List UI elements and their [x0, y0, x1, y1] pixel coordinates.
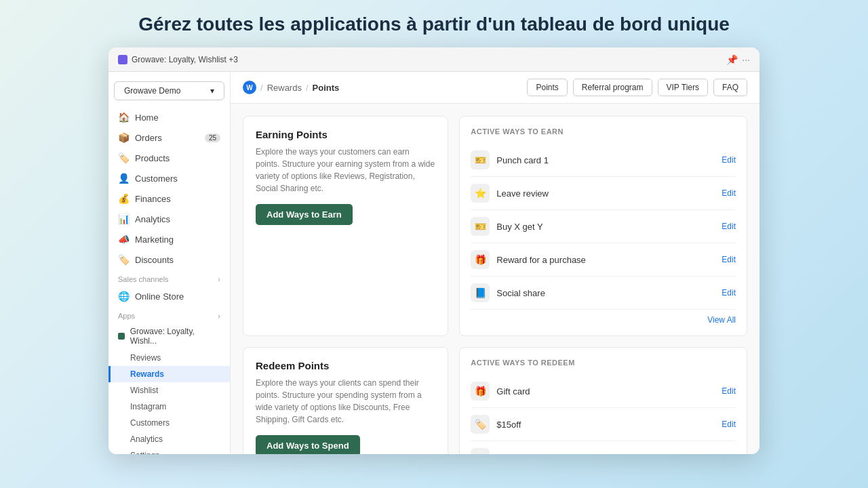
add-ways-to-earn-button[interactable]: Add Ways to Earn: [256, 204, 353, 225]
edit-social-share-link[interactable]: Edit: [722, 288, 736, 298]
analytics-icon: 📊: [118, 214, 130, 224]
browser-actions: 📌 ···: [726, 54, 750, 65]
sidebar-item-marketing[interactable]: 📣 Marketing: [108, 229, 230, 249]
buy-x-get-y-icon: 🎫: [471, 217, 490, 236]
app-tab-icon: [118, 55, 127, 64]
store-selector[interactable]: Growave Demo ▾: [114, 81, 224, 100]
customers-icon: 👤: [118, 173, 130, 184]
edit-free-product-link[interactable]: Edit: [722, 453, 736, 454]
discount-icon: 🏷️: [471, 415, 490, 434]
sidebar-sub-analytics[interactable]: Analytics: [108, 431, 230, 447]
sidebar-item-finances[interactable]: 💰 Finances: [108, 188, 230, 209]
browser-tab-label: Growave: Loyalty, Wishlist +3: [132, 55, 238, 64]
sidebar-item-label: Home: [135, 113, 159, 123]
way-item-social-share: 📘 Social share Edit: [471, 277, 736, 310]
active-ways-earn-title: ACTIVE WAYS TO EARN: [471, 127, 736, 136]
main-content: W / Rewards / Points Points Referral pro…: [231, 72, 760, 454]
sidebar: Growave Demo ▾ 🏠 Home 📦 Orders 25 🏷️ Pro…: [108, 72, 231, 454]
sidebar-item-home[interactable]: 🏠 Home: [108, 107, 230, 127]
earning-desc: Explore the ways your customers can earn…: [256, 146, 435, 195]
view-all-earn-link[interactable]: View All: [471, 315, 736, 325]
breadcrumb: W / Rewards / Points: [243, 81, 339, 94]
sidebar-item-orders[interactable]: 📦 Orders 25: [108, 127, 230, 148]
breadcrumb-current: Points: [313, 83, 340, 93]
add-ways-to-spend-button[interactable]: Add Ways to Spend: [256, 435, 360, 454]
sidebar-sub-rewards[interactable]: Rewards: [108, 366, 230, 382]
browser-tab[interactable]: Growave: Loyalty, Wishlist +3: [118, 55, 238, 64]
active-ways-redeem-title: ACTIVE WAYS TO REDEEM: [471, 359, 736, 367]
way-item-15off: 🏷️ $15off Edit: [471, 408, 736, 441]
way-item-reward-purchase: 🎁 Reward for a purchase Edit: [471, 243, 736, 277]
page-title: Gérez toutes les applications à partir d…: [14, 14, 854, 35]
active-ways-earn-panel: ACTIVE WAYS TO EARN 🎫 Punch card 1 Edit …: [459, 116, 747, 336]
marketing-icon: 📣: [118, 234, 130, 245]
reward-purchase-icon: 🎁: [471, 250, 490, 269]
sidebar-item-online-store[interactable]: 🌐 Online Store: [108, 286, 230, 306]
way-label: Leave review: [496, 188, 715, 199]
breadcrumb-sep-1: /: [260, 83, 263, 93]
sidebar-item-customers[interactable]: 👤 Customers: [108, 168, 230, 188]
sidebar-item-label: Marketing: [135, 235, 174, 245]
tab-points[interactable]: Points: [527, 79, 567, 96]
more-icon[interactable]: ···: [742, 54, 750, 65]
app-body: Growave Demo ▾ 🏠 Home 📦 Orders 25 🏷️ Pro…: [108, 72, 760, 454]
sidebar-sub-instagram[interactable]: Instagram: [108, 399, 230, 415]
browser-window: Growave: Loyalty, Wishlist +3 📌 ··· Grow…: [108, 47, 760, 454]
edit-leave-review-link[interactable]: Edit: [722, 188, 736, 198]
sidebar-sub-wishlist[interactable]: Wishlist: [108, 382, 230, 399]
edit-punch-card-link[interactable]: Edit: [722, 155, 736, 165]
finances-icon: 💰: [118, 193, 130, 204]
main-header: W / Rewards / Points Points Referral pro…: [231, 72, 760, 104]
punch-card-icon: 🎫: [471, 150, 490, 169]
way-label: $15off: [496, 420, 715, 430]
sidebar-item-label: Discounts: [135, 255, 174, 265]
way-item-leave-review: ⭐ Leave review Edit: [471, 177, 736, 210]
sales-channels-label: Sales channels ›: [108, 270, 230, 286]
redeem-points-panel: Redeem Points Explore the ways your clie…: [243, 347, 448, 454]
tab-vip-tiers[interactable]: VIP Tiers: [658, 79, 708, 96]
sidebar-item-label: Finances: [135, 194, 171, 204]
home-icon: 🏠: [118, 112, 130, 123]
sidebar-item-discounts[interactable]: 🏷️ Discounts: [108, 249, 230, 270]
chevron-right-icon: ›: [218, 275, 220, 283]
sidebar-app-growave[interactable]: Growave: Loyalty, Wishl...: [108, 323, 230, 350]
free-product-icon: 🎫: [471, 448, 490, 454]
way-label: Buy X get Y: [496, 222, 715, 232]
discounts-icon: 🏷️: [118, 254, 130, 265]
social-share-icon: 📘: [471, 283, 490, 302]
earning-points-panel: Earning Points Explore the ways your cus…: [243, 116, 448, 336]
edit-reward-purchase-link[interactable]: Edit: [722, 255, 736, 264]
redeem-desc: Explore the ways your clients can spend …: [256, 377, 435, 426]
edit-15off-link[interactable]: Edit: [722, 420, 736, 429]
app-dot-icon: [118, 333, 125, 340]
header-tabs: Points Referral program VIP Tiers FAQ: [527, 79, 747, 96]
way-label: Social share: [496, 288, 715, 298]
chevron-right-icon: ›: [218, 312, 220, 320]
tab-faq[interactable]: FAQ: [713, 79, 747, 96]
way-item-free-product: 🎫 Free product Bloom Floral Dress Edit: [471, 441, 736, 454]
edit-gift-card-link[interactable]: Edit: [722, 386, 736, 396]
way-label: Free product Bloom Floral Dress: [496, 453, 715, 455]
breadcrumb-rewards[interactable]: Rewards: [267, 83, 302, 93]
sidebar-item-label: Orders: [135, 133, 162, 143]
pin-icon[interactable]: 📌: [726, 54, 738, 65]
way-item-buy-x-get-y: 🎫 Buy X get Y Edit: [471, 210, 736, 243]
products-icon: 🏷️: [118, 152, 130, 163]
content-area: Earning Points Explore the ways your cus…: [231, 104, 760, 454]
sidebar-item-products[interactable]: 🏷️ Products: [108, 148, 230, 168]
edit-buy-x-get-y-link[interactable]: Edit: [722, 222, 736, 231]
tab-referral[interactable]: Referral program: [573, 79, 652, 96]
app-name-label: Growave: Loyalty, Wishl...: [130, 327, 220, 346]
sidebar-sub-reviews[interactable]: Reviews: [108, 350, 230, 366]
sidebar-sub-settings[interactable]: Settings: [108, 447, 230, 454]
sidebar-item-analytics[interactable]: 📊 Analytics: [108, 209, 230, 229]
gift-card-icon: 🎁: [471, 382, 490, 401]
sidebar-sub-customers[interactable]: Customers: [108, 415, 230, 431]
way-label: Punch card 1: [496, 155, 715, 165]
apps-label: Apps ›: [108, 306, 230, 323]
sidebar-item-label: Analytics: [135, 214, 170, 224]
orders-icon: 📦: [118, 132, 130, 143]
sidebar-item-label: Customers: [135, 174, 178, 184]
orders-badge: 25: [205, 134, 220, 142]
sidebar-item-label: Products: [135, 153, 170, 163]
